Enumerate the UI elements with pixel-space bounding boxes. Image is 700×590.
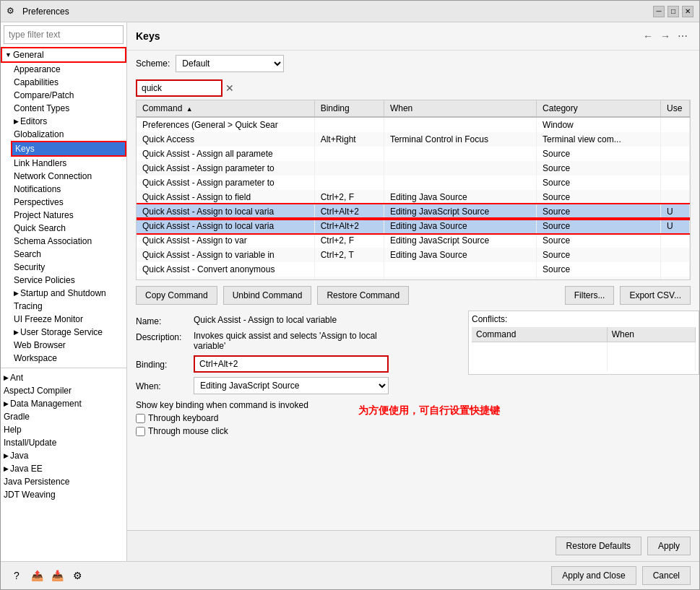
col-binding[interactable]: Binding bbox=[314, 100, 384, 117]
sidebar-item-general[interactable]: ▼ General bbox=[1, 47, 126, 63]
sidebar-item-gradle[interactable]: Gradle bbox=[1, 410, 126, 423]
sidebar-item-java-persistence[interactable]: Java Persistence bbox=[1, 475, 126, 488]
col-category[interactable]: Category bbox=[537, 100, 661, 117]
col-command[interactable]: Command ▲ bbox=[137, 100, 314, 117]
through-mouse-row: Through mouse click bbox=[136, 426, 691, 436]
table-row[interactable]: Preferences (General > Quick Sear Window bbox=[137, 117, 690, 132]
export-icon[interactable]: 📤 bbox=[30, 568, 44, 583]
minimize-button[interactable]: ─ bbox=[653, 6, 665, 17]
cell-when bbox=[384, 117, 536, 132]
table-row[interactable]: Quick Assist - Assign parameter to Sourc… bbox=[137, 175, 690, 190]
table-row[interactable]: Quick Assist - Assign to local varia Ctr… bbox=[137, 219, 690, 233]
sidebar-item-jdt-weaving[interactable]: JDT Weaving bbox=[1, 488, 126, 501]
data-arrow: ▶ bbox=[4, 400, 9, 407]
conflicts-empty-cell2 bbox=[607, 342, 695, 371]
sidebar-item-globalization[interactable]: Globalization bbox=[11, 128, 126, 141]
binding-input[interactable] bbox=[194, 355, 389, 373]
preference-tree: ▼ General Appearance Capabilities Compar… bbox=[1, 47, 126, 561]
unbind-command-button[interactable]: Unbind Command bbox=[223, 286, 312, 305]
sidebar-item-link-handlers[interactable]: Link Handlers bbox=[11, 157, 126, 170]
forward-button[interactable]: → bbox=[657, 28, 673, 44]
table-row[interactable]: Quick Assist - Assign to var Ctrl+2, F E… bbox=[137, 233, 690, 248]
cell-command: Quick Assist - Convert anonymous bbox=[137, 262, 314, 277]
when-select[interactable]: Editing JavaScript Source bbox=[194, 377, 389, 394]
sidebar-item-network-connection[interactable]: Network Connection bbox=[11, 170, 126, 183]
more-button[interactable]: ⋯ bbox=[675, 28, 691, 44]
table-row[interactable]: Quick Assist - Assign to variable in Ctr… bbox=[137, 248, 690, 262]
apply-button[interactable]: Apply bbox=[647, 537, 691, 555]
cell-use bbox=[661, 262, 690, 277]
sidebar-item-java-ee[interactable]: ▶Java EE bbox=[1, 462, 126, 475]
sidebar-item-service-policies[interactable]: Service Policies bbox=[11, 274, 126, 287]
sidebar-item-data-management[interactable]: ▶Data Management bbox=[1, 397, 126, 410]
sidebar-item-search[interactable]: Search bbox=[11, 248, 126, 261]
back-button[interactable]: ← bbox=[640, 28, 656, 44]
cell-use bbox=[661, 147, 690, 161]
copy-command-button[interactable]: Copy Command bbox=[136, 286, 217, 305]
sidebar-item-java[interactable]: ▶Java bbox=[1, 449, 126, 462]
java-ee-arrow: ▶ bbox=[4, 465, 9, 472]
table-row[interactable]: Quick Assist - Assign to local varia Ctr… bbox=[137, 204, 690, 219]
conflicts-empty-cell bbox=[472, 342, 607, 371]
apply-and-close-button[interactable]: Apply and Close bbox=[551, 566, 636, 585]
sidebar-item-tracing[interactable]: Tracing bbox=[11, 300, 126, 313]
restore-command-button[interactable]: Restore Command bbox=[317, 286, 409, 305]
sidebar-item-compare-patch[interactable]: Compare/Patch bbox=[11, 89, 126, 102]
table-row[interactable]: Quick Assist - Assign parameter to Sourc… bbox=[137, 161, 690, 175]
sidebar-item-web-browser[interactable]: Web Browser bbox=[11, 339, 126, 352]
sidebar-item-security[interactable]: Security bbox=[11, 261, 126, 274]
filters-button[interactable]: Filters... bbox=[565, 286, 615, 305]
export-csv-button[interactable]: Export CSV... bbox=[620, 286, 691, 305]
col-use[interactable]: Use bbox=[661, 100, 690, 117]
table-row[interactable]: Quick Access Alt+Right Terminal Control … bbox=[137, 132, 690, 147]
sidebar-item-perspectives[interactable]: Perspectives bbox=[11, 196, 126, 209]
sidebar-item-notifications[interactable]: Notifications bbox=[11, 183, 126, 196]
through-keyboard-checkbox[interactable] bbox=[136, 414, 145, 423]
sidebar-item-schema-association[interactable]: Schema Association bbox=[11, 235, 126, 248]
cell-use bbox=[661, 248, 690, 262]
search-clear-button[interactable]: ✕ bbox=[225, 82, 234, 94]
sort-arrow-command: ▲ bbox=[186, 105, 193, 113]
cell-use bbox=[661, 161, 690, 175]
scheme-select[interactable]: Default bbox=[176, 55, 284, 72]
maximize-button[interactable]: □ bbox=[667, 6, 679, 17]
cell-category: Source bbox=[537, 204, 661, 219]
import-icon[interactable]: 📥 bbox=[50, 568, 64, 583]
cell-category: Source bbox=[537, 161, 661, 175]
sidebar-label-general: General bbox=[13, 50, 44, 60]
sidebar-item-appearance[interactable]: Appearance bbox=[11, 63, 126, 76]
restore-defaults-button[interactable]: Restore Defaults bbox=[556, 537, 641, 555]
help-icon[interactable]: ? bbox=[9, 568, 24, 583]
cancel-button[interactable]: Cancel bbox=[642, 566, 691, 585]
table-row[interactable]: Quick Assist - Assign all paramete Sourc… bbox=[137, 147, 690, 161]
sidebar-item-workspace[interactable]: Workspace bbox=[11, 352, 126, 365]
close-button[interactable]: ✕ bbox=[682, 6, 693, 17]
col-when[interactable]: When bbox=[384, 100, 536, 117]
sidebar-item-user-storage[interactable]: ▶User Storage Service bbox=[11, 326, 126, 339]
conflicts-label: Conflicts: bbox=[472, 314, 696, 324]
sidebar-item-aspectj[interactable]: AspectJ Compiler bbox=[1, 384, 126, 397]
cell-category: Source bbox=[537, 147, 661, 161]
table-row[interactable]: Quick Assist - Assign to field Ctrl+2, F… bbox=[137, 190, 690, 204]
sidebar-item-quick-search[interactable]: Quick Search bbox=[11, 222, 126, 235]
sidebar-item-project-natures[interactable]: Project Natures bbox=[11, 209, 126, 222]
sidebar-item-keys[interactable]: Keys bbox=[11, 141, 126, 157]
search-input[interactable] bbox=[136, 79, 222, 97]
sidebar-item-content-types[interactable]: Content Types bbox=[11, 102, 126, 115]
conflicts-col-when: When bbox=[607, 327, 695, 342]
settings-icon[interactable]: ⚙ bbox=[70, 568, 85, 583]
cell-use bbox=[661, 233, 690, 248]
sidebar-item-help[interactable]: Help bbox=[1, 423, 126, 436]
through-mouse-checkbox[interactable] bbox=[136, 427, 145, 436]
cell-command: Quick Assist - Assign to var bbox=[137, 233, 314, 248]
sidebar-item-install-update[interactable]: Install/Update bbox=[1, 436, 126, 449]
sidebar-item-capabilities[interactable]: Capabilities bbox=[11, 76, 126, 89]
conflicts-col-command: Command bbox=[472, 327, 607, 342]
annotation-text: 为方便使用，可自行设置快捷键 bbox=[358, 404, 500, 417]
filter-input[interactable] bbox=[4, 25, 124, 44]
sidebar-item-startup[interactable]: ▶Startup and Shutdown bbox=[11, 287, 126, 300]
sidebar-item-ant[interactable]: ▶Ant bbox=[1, 371, 126, 384]
table-row[interactable]: Quick Assist - Convert anonymous Source bbox=[137, 262, 690, 277]
sidebar-item-editors[interactable]: ▶Editors bbox=[11, 115, 126, 128]
sidebar-item-ui-freeze[interactable]: UI Freeze Monitor bbox=[11, 313, 126, 326]
